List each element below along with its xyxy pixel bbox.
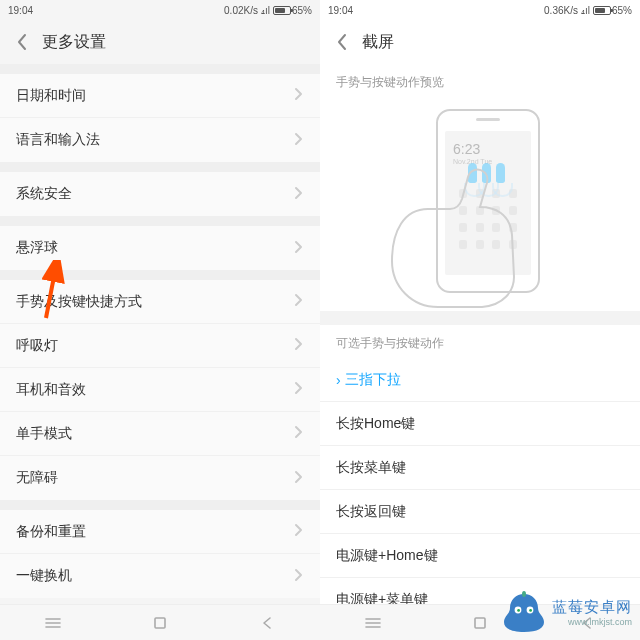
row-one-click-transfer[interactable]: 一键换机 xyxy=(0,554,320,598)
chevron-right-icon xyxy=(294,568,304,585)
nav-back[interactable] xyxy=(247,613,287,633)
battery-indicator: 65% xyxy=(593,5,632,16)
signal-icon: ₄ıl xyxy=(261,5,270,16)
chevron-right-icon xyxy=(294,87,304,104)
gesture-illustration: 6:23Nov.2nd Tue xyxy=(390,101,570,301)
chevron-right-icon xyxy=(294,470,304,487)
row-language-input[interactable]: 语言和输入法 xyxy=(0,118,320,162)
option-long-press-home[interactable]: 长按Home键 xyxy=(320,402,640,446)
checkmark-icon: › xyxy=(336,372,341,388)
row-accessibility[interactable]: 无障碍 xyxy=(0,456,320,500)
watermark-name: 蓝莓安卓网 xyxy=(552,598,632,615)
row-onehand-mode[interactable]: 单手模式 xyxy=(0,412,320,456)
svg-point-12 xyxy=(517,609,520,612)
hand-outline-icon xyxy=(384,161,534,311)
header: 截屏 xyxy=(320,20,640,64)
status-time: 19:04 xyxy=(328,5,353,16)
status-net-speed: 0.36K/s xyxy=(544,5,578,16)
settings-list: 日期和时间 语言和输入法 系统安全 悬浮球 手势及按键快捷方式 呼吸灯 耳机和音… xyxy=(0,64,320,640)
svg-rect-3 xyxy=(155,618,165,628)
row-system-security[interactable]: 系统安全 xyxy=(0,172,320,216)
row-backup-reset[interactable]: 备份和重置 xyxy=(0,510,320,554)
header: 更多设置 xyxy=(0,20,320,64)
option-three-finger-swipe[interactable]: ›三指下拉 xyxy=(320,358,640,402)
back-button[interactable] xyxy=(12,32,32,52)
status-time: 19:04 xyxy=(8,5,33,16)
page-title: 截屏 xyxy=(362,32,394,53)
battery-indicator: 65% xyxy=(273,5,312,16)
nav-home[interactable] xyxy=(460,613,500,633)
row-breathing-light[interactable]: 呼吸灯 xyxy=(0,324,320,368)
option-power-plus-home[interactable]: 电源键+Home键 xyxy=(320,534,640,578)
chevron-right-icon xyxy=(294,240,304,257)
gesture-preview-section: 手势与按键动作预览 6:23Nov.2nd Tue xyxy=(320,64,640,311)
back-button[interactable] xyxy=(332,32,352,52)
chevron-right-icon xyxy=(294,186,304,203)
screenshot-options-list: 手势与按键动作预览 6:23Nov.2nd Tue xyxy=(320,64,640,640)
watermark-url: www.lmkjst.com xyxy=(552,617,632,627)
watermark: 蓝莓安卓网 www.lmkjst.com xyxy=(502,590,632,634)
android-nav-bar xyxy=(0,604,320,640)
row-floating-ball[interactable]: 悬浮球 xyxy=(0,226,320,270)
chevron-right-icon xyxy=(294,337,304,354)
option-long-press-menu[interactable]: 长按菜单键 xyxy=(320,446,640,490)
chevron-right-icon xyxy=(294,293,304,310)
status-bar: 19:04 0.36K/s ₄ıl 65% xyxy=(320,0,640,20)
row-date-time[interactable]: 日期和时间 xyxy=(0,74,320,118)
row-gesture-shortcut[interactable]: 手势及按键快捷方式 xyxy=(0,280,320,324)
svg-rect-9 xyxy=(475,618,485,628)
status-net-speed: 0.02K/s xyxy=(224,5,258,16)
chevron-right-icon xyxy=(294,425,304,442)
row-headphone-audio[interactable]: 耳机和音效 xyxy=(0,368,320,412)
chevron-right-icon xyxy=(294,381,304,398)
section-label: 手势与按键动作预览 xyxy=(320,74,460,101)
section-label: 可选手势与按键动作 xyxy=(320,325,640,358)
option-long-press-back[interactable]: 长按返回键 xyxy=(320,490,640,534)
watermark-logo-icon xyxy=(502,590,546,634)
svg-point-14 xyxy=(522,591,526,597)
screenshot-settings-screen: 19:04 0.36K/s ₄ıl 65% 截屏 手势与按键动作预览 6 xyxy=(320,0,640,640)
chevron-right-icon xyxy=(294,523,304,540)
nav-home[interactable] xyxy=(140,613,180,633)
nav-recents[interactable] xyxy=(353,613,393,633)
chevron-right-icon xyxy=(294,132,304,149)
page-title: 更多设置 xyxy=(42,32,106,53)
settings-more-screen: 19:04 0.02K/s ₄ıl 65% 更多设置 日期和时间 语言和输入法 … xyxy=(0,0,320,640)
svg-point-13 xyxy=(529,609,532,612)
nav-recents[interactable] xyxy=(33,613,73,633)
status-bar: 19:04 0.02K/s ₄ıl 65% xyxy=(0,0,320,20)
signal-icon: ₄ıl xyxy=(581,5,590,16)
